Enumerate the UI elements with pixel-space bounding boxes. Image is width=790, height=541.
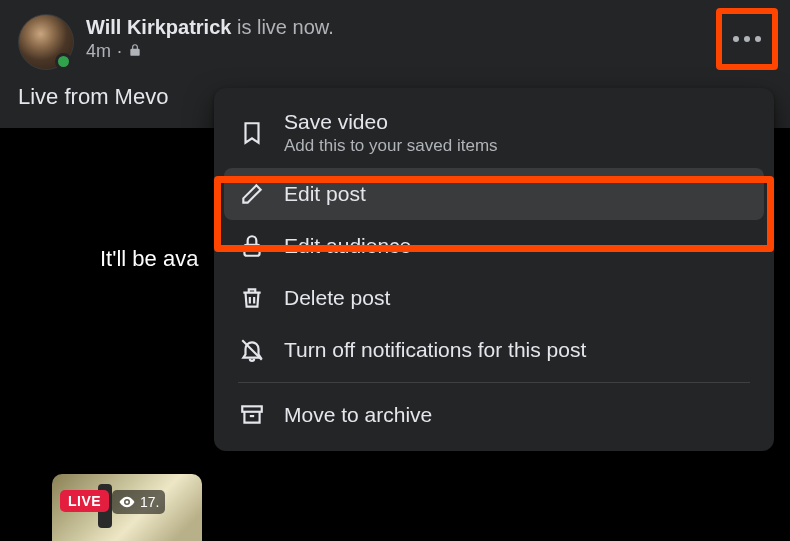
- live-badge: LIVE: [60, 490, 109, 512]
- viewer-number: 17.: [140, 494, 159, 510]
- menu-turn-off-notifications[interactable]: Turn off notifications for this post: [224, 324, 764, 376]
- svg-point-0: [126, 501, 129, 504]
- video-thumbnail[interactable]: LIVE 17.: [52, 474, 202, 541]
- trash-icon: [238, 284, 266, 312]
- user-name[interactable]: Will Kirkpatrick: [86, 16, 231, 38]
- header-text: Will Kirkpatrick is live now. 4m ·: [86, 14, 772, 62]
- post-header: Will Kirkpatrick is live now. 4m ·: [18, 14, 772, 70]
- menu-label: Edit post: [284, 182, 366, 206]
- privacy-icon[interactable]: [128, 41, 142, 62]
- more-button-highlight: [716, 8, 778, 70]
- menu-edit-post[interactable]: Edit post: [224, 168, 764, 220]
- menu-label: Turn off notifications for this post: [284, 338, 586, 362]
- svg-rect-1: [244, 245, 259, 256]
- menu-edit-audience[interactable]: Edit audience: [224, 220, 764, 272]
- menu-label: Edit audience: [284, 234, 411, 258]
- timestamp[interactable]: 4m: [86, 41, 111, 62]
- more-icon: [733, 36, 761, 42]
- live-status-text: is live now.: [231, 16, 333, 38]
- menu-label: Move to archive: [284, 403, 432, 427]
- menu-divider: [238, 382, 750, 383]
- bookmark-icon: [238, 119, 266, 147]
- menu-save-video[interactable]: Save video Add this to your saved items: [224, 98, 764, 168]
- viewer-count: 17.: [112, 490, 165, 514]
- avatar-wrap[interactable]: [18, 14, 74, 70]
- menu-label: Save video: [284, 110, 498, 134]
- name-line: Will Kirkpatrick is live now.: [86, 16, 772, 39]
- lock-icon: [238, 232, 266, 260]
- menu-move-to-archive[interactable]: Move to archive: [224, 389, 764, 441]
- options-dropdown: Save video Add this to your saved items …: [214, 88, 774, 451]
- bell-off-icon: [238, 336, 266, 364]
- eye-icon: [118, 493, 136, 511]
- more-options-button[interactable]: [728, 20, 766, 58]
- menu-label: Delete post: [284, 286, 390, 310]
- meta-line: 4m ·: [86, 41, 772, 62]
- archive-icon: [238, 401, 266, 429]
- pencil-icon: [238, 180, 266, 208]
- menu-sublabel: Add this to your saved items: [284, 136, 498, 156]
- svg-rect-3: [242, 406, 262, 411]
- meta-separator: ·: [117, 41, 122, 62]
- online-indicator: [55, 53, 72, 70]
- menu-delete-post[interactable]: Delete post: [224, 272, 764, 324]
